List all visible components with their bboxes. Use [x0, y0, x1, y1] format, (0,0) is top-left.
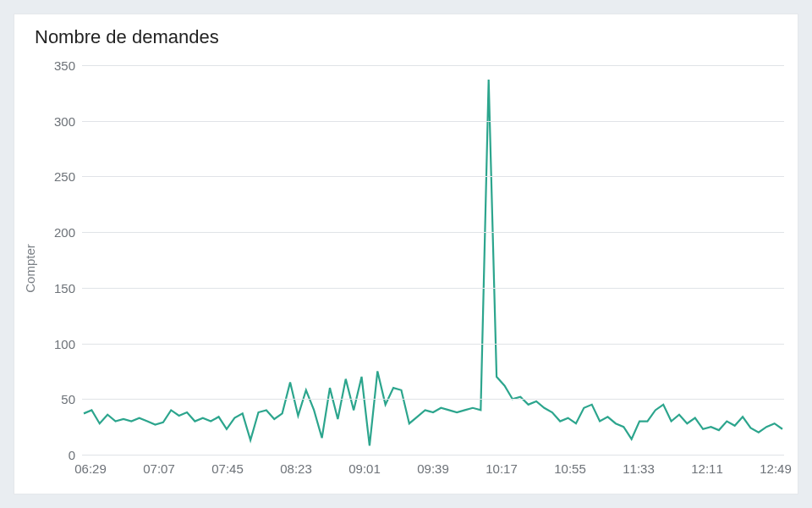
x-tick-label: 12:11: [691, 461, 723, 476]
grid-line: [82, 455, 784, 456]
x-tick-label: 10:17: [486, 461, 518, 476]
y-tick-label: 350: [54, 58, 75, 73]
grid-line: [82, 344, 784, 345]
grid-line: [82, 399, 784, 400]
grid-line: [82, 288, 784, 289]
x-tick-label: 12:49: [760, 461, 792, 476]
y-tick-label: 250: [54, 169, 75, 184]
x-tick-label: 07:07: [143, 461, 175, 476]
x-tick-label: 08:23: [280, 461, 312, 476]
y-tick-label: 0: [69, 448, 75, 462]
x-tick-label: 07:45: [211, 461, 244, 476]
x-tick-label: 10:55: [554, 461, 586, 476]
grid-line: [82, 232, 784, 233]
plot-area: 05010015020025030035006:2907:0707:4508:2…: [82, 65, 784, 455]
x-tick-label: 09:39: [417, 461, 449, 476]
line-series: [82, 65, 784, 455]
y-tick-label: 100: [54, 336, 75, 351]
y-tick-label: 50: [61, 392, 75, 406]
y-tick-label: 300: [54, 113, 75, 128]
chart-panel: Nombre de demandes Compter 0501001502002…: [14, 14, 798, 494]
y-tick-label: 150: [54, 280, 75, 295]
y-axis-label: Compter: [23, 244, 37, 293]
grid-line: [82, 176, 784, 177]
chart-title: Nombre de demandes: [35, 26, 219, 48]
grid-line: [82, 121, 784, 122]
y-tick-label: 200: [54, 225, 75, 240]
x-tick-label: 11:33: [623, 461, 655, 476]
x-tick-label: 06:29: [74, 461, 107, 476]
series-line: [84, 80, 782, 445]
x-tick-label: 09:01: [348, 461, 381, 476]
grid-line: [82, 65, 784, 66]
